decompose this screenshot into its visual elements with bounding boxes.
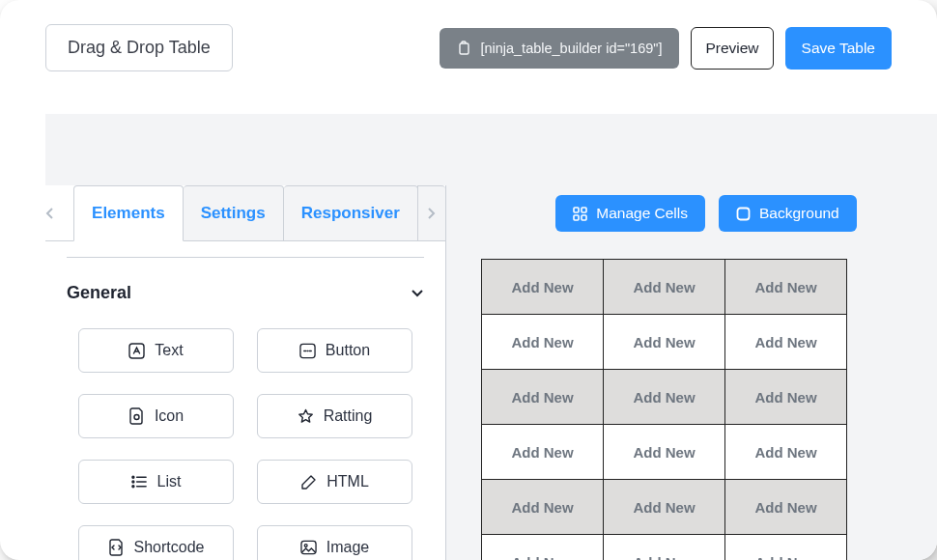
element-label: Text [155,342,183,359]
element-shortcode[interactable]: Shortcode [78,525,234,560]
tab-responsiver[interactable]: Responsiver [284,185,418,241]
builder-table: Add New Add New Add New Add New Add New … [481,259,847,560]
image-icon [300,540,317,556]
app-shell: Drag & Drop Table [ninja_table_builder i… [0,0,937,560]
table-row: Add New Add New Add New [482,260,847,315]
table-cell[interactable]: Add New [482,535,604,561]
table-row: Add New Add New Add New [482,370,847,425]
element-label: HTML [327,473,369,490]
elements-grid: Text Button Icon [45,321,445,560]
list-icon [131,474,148,490]
svg-rect-13 [738,208,750,219]
preview-button[interactable]: Preview [691,27,773,70]
button-icon [299,343,316,359]
grid-icon [573,207,587,221]
svg-rect-11 [574,215,579,220]
table-cell[interactable]: Add New [725,370,847,425]
table-cell[interactable]: Add New [604,315,725,370]
pencil-icon [300,474,317,490]
table-cell[interactable]: Add New [482,315,604,370]
tab-elements[interactable]: Elements [73,185,184,241]
table-cell[interactable]: Add New [725,315,847,370]
table-cell[interactable]: Add New [604,480,725,535]
tab-scroll-right-icon[interactable] [417,185,445,240]
svg-rect-9 [574,208,579,212]
table-cell[interactable]: Add New [725,425,847,480]
section-general-label: General [67,283,131,303]
svg-point-3 [134,415,139,420]
table-cell[interactable]: Add New [482,370,604,425]
tabstrip: Elements Settings Responsiver [45,185,445,241]
header: Drag & Drop Table [ninja_table_builder i… [0,0,937,71]
background-button[interactable]: Background [719,195,857,232]
svg-point-4 [131,476,133,478]
element-image[interactable]: Image [257,525,412,560]
manage-cells-button[interactable]: Manage Cells [555,195,705,232]
table-cell[interactable]: Add New [725,260,847,315]
svg-rect-12 [582,215,586,220]
table-row: Add New Add New Add New [482,480,847,535]
table-cell[interactable]: Add New [604,425,725,480]
square-icon [736,207,751,221]
right-actions: Manage Cells Background [475,195,937,232]
element-text[interactable]: Text [78,328,234,373]
text-icon [128,343,145,359]
table-row: Add New Add New Add New [482,425,847,480]
shortcode-icon [108,540,125,556]
clipboard-icon [457,41,470,56]
element-label: Icon [155,407,184,425]
element-label: List [157,473,182,490]
element-html[interactable]: HTML [257,460,412,504]
table-cell[interactable]: Add New [482,480,604,535]
table-row: Add New Add New Add New [482,315,847,370]
svg-point-8 [304,545,307,547]
table-cell[interactable]: Add New [604,535,725,561]
element-list[interactable]: List [78,460,234,504]
table-title-text: Drag & Drop Table [68,38,211,57]
table-cell[interactable]: Add New [725,535,847,561]
table-cell[interactable]: Add New [482,425,604,480]
left-panel: Elements Settings Responsiver General [45,185,446,560]
element-label: Ratting [324,407,373,425]
background-label: Background [759,205,839,222]
right-panel: Manage Cells Background Add New Add New … [446,185,937,560]
svg-point-5 [131,481,133,483]
svg-rect-0 [460,43,468,54]
table-title-field[interactable]: Drag & Drop Table [45,24,233,71]
element-label: Button [326,342,370,359]
element-label: Shortcode [134,539,205,556]
element-label: Image [327,539,369,556]
tab-scroll-left-icon[interactable] [45,207,73,220]
element-button[interactable]: Button [257,328,412,373]
svg-point-6 [131,486,133,488]
star-icon [298,408,314,425]
save-table-button[interactable]: Save Table [785,27,892,70]
manage-cells-label: Manage Cells [596,205,688,222]
element-icon[interactable]: Icon [78,394,234,438]
table-cell[interactable]: Add New [482,260,604,315]
icon-icon [128,408,145,425]
section-general-header[interactable]: General [45,258,445,321]
svg-rect-10 [582,208,586,212]
tab-settings[interactable]: Settings [184,185,284,241]
table-cell[interactable]: Add New [604,260,725,315]
shortcode-text: [ninja_table_builder id="169"] [480,41,662,56]
table-cell[interactable]: Add New [725,480,847,535]
element-ratting[interactable]: Ratting [257,394,412,438]
table-row: Add New Add New Add New [482,535,847,561]
shortcode-display[interactable]: [ninja_table_builder id="169"] [440,28,679,69]
chevron-down-icon [411,289,424,297]
table-cell[interactable]: Add New [604,370,725,425]
